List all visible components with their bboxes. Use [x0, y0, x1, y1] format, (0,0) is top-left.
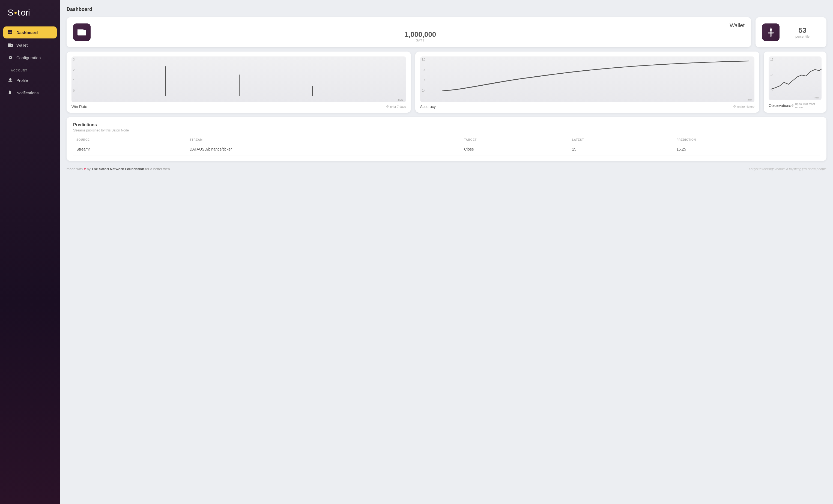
sidebar-item-wallet[interactable]: Wallet	[3, 39, 57, 51]
logo: Stori	[0, 8, 60, 26]
win-rate-y0: 0	[73, 89, 75, 92]
col-source: SOURCE	[73, 137, 186, 143]
win-rate-bar-2	[239, 74, 240, 96]
sidebar-configuration-label: Configuration	[16, 55, 41, 60]
observations-footer: Observations ⏱ up to 100 most recent	[769, 102, 822, 109]
sidebar-item-configuration[interactable]: Configuration	[3, 51, 57, 64]
wallet-amount: 1,000,000	[96, 30, 745, 39]
page-title: Dashboard	[67, 6, 827, 12]
win-rate-bar-3	[312, 86, 313, 96]
percentile-label: percentile	[785, 34, 820, 39]
predictions-card: Predictions Streams published by this Sa…	[67, 117, 827, 161]
win-rate-chart-card: 3 2 1 0 now Win Rate ⏱ prior 7 days	[67, 51, 411, 113]
main-content: Dashboard Wallet 1,000,000 SATS 53 perce…	[60, 0, 833, 504]
svg-rect-1	[10, 30, 12, 32]
win-rate-footer: Win Rate ⏱ prior 7 days	[71, 104, 406, 109]
sidebar: Stori Dashboard Wallet Configuration ACC…	[0, 0, 60, 504]
percentile-card-icon	[762, 23, 780, 41]
accuracy-x-now: now	[747, 98, 752, 101]
predictions-tbody: Streamr DATAUSD/binance/ticker Close 15 …	[73, 143, 820, 155]
cell-target: Close	[461, 143, 569, 155]
accuracy-footer: Accuracy ⏱ entire history	[420, 104, 755, 109]
accuracy-time: ⏱ entire history	[733, 105, 755, 108]
win-rate-bar-1	[165, 66, 166, 96]
accuracy-label: Accuracy	[420, 104, 436, 109]
cell-prediction: 15.25	[673, 143, 820, 155]
sidebar-item-profile[interactable]: Profile	[3, 74, 57, 86]
wallet-unit: SATS	[96, 39, 745, 42]
wallet-card: Wallet 1,000,000 SATS	[67, 17, 751, 47]
win-rate-y3: 3	[73, 58, 75, 61]
win-rate-y2: 2	[73, 69, 75, 71]
observations-chart-area: 16 14 12 now	[769, 56, 822, 100]
logo-dot	[15, 12, 17, 14]
configuration-icon	[8, 55, 13, 60]
svg-rect-13	[768, 32, 774, 33]
win-rate-label: Win Rate	[71, 104, 87, 109]
predictions-title: Predictions	[73, 122, 820, 127]
sidebar-item-notifications[interactable]: Notifications	[3, 87, 57, 99]
win-rate-chart-area: 3 2 1 0 now	[71, 56, 406, 102]
cell-latest: 15	[569, 143, 673, 155]
obs-x-now: now	[814, 96, 819, 99]
svg-rect-3	[10, 32, 12, 34]
observations-svg	[769, 56, 822, 100]
win-rate-x-now: now	[398, 98, 403, 101]
cell-stream: DATAUSD/binance/ticker	[186, 143, 461, 155]
wallet-card-icon	[73, 23, 91, 41]
col-target: TARGET	[461, 137, 569, 143]
sidebar-wallet-label: Wallet	[16, 43, 28, 47]
notifications-icon	[8, 90, 13, 95]
svg-rect-2	[8, 32, 10, 34]
observations-chart-card: 16 14 12 now Observations ⏱ up to 100 mo…	[764, 51, 827, 113]
predictions-table: SOURCE STREAM TARGET LATEST PREDICTION S…	[73, 137, 820, 155]
wallet-title: Wallet	[96, 22, 745, 29]
win-rate-time: ⏱ prior 7 days	[386, 105, 406, 108]
svg-rect-0	[8, 30, 10, 32]
top-cards-row: Wallet 1,000,000 SATS 53 percentile	[67, 17, 827, 47]
charts-row: 3 2 1 0 now Win Rate ⏱ prior 7 days	[67, 51, 827, 113]
win-rate-y1: 1	[73, 79, 75, 82]
accuracy-svg	[420, 56, 755, 102]
predictions-header-row: SOURCE STREAM TARGET LATEST PREDICTION	[73, 137, 820, 143]
org-link[interactable]: The Satori Network Foundation	[92, 167, 144, 171]
heart-icon: ♥	[84, 167, 87, 171]
clock-icon-wr: ⏱	[386, 105, 389, 108]
dashboard-icon	[8, 30, 13, 35]
observations-label: Observations	[769, 103, 791, 108]
col-stream: STREAM	[186, 137, 461, 143]
sidebar-dashboard-label: Dashboard	[16, 30, 38, 35]
svg-point-7	[9, 78, 11, 80]
wallet-icon	[8, 42, 13, 48]
sidebar-profile-label: Profile	[16, 78, 28, 82]
svg-rect-9	[77, 29, 84, 31]
svg-point-6	[11, 45, 12, 46]
accuracy-chart-card: 1.0 0.8 0.6 0.4 now Accuracy ⏱ entire hi…	[415, 51, 760, 113]
account-section-label: ACCOUNT	[3, 64, 57, 74]
for-better-web: for a better web	[145, 167, 170, 171]
footer: made with ♥ by The Satori Network Founda…	[67, 163, 827, 175]
predictions-subtitle: Streams published by this Satori Node	[73, 128, 820, 132]
cell-source: Streamr	[73, 143, 186, 155]
by-text: by	[87, 167, 91, 171]
col-prediction: PREDICTION	[673, 137, 820, 143]
made-with-text: made with	[67, 167, 83, 171]
percentile-card: 53 percentile	[756, 17, 827, 47]
accuracy-chart-area: 1.0 0.8 0.6 0.4 now	[420, 56, 755, 102]
profile-icon	[8, 77, 13, 83]
sidebar-nav: Dashboard Wallet Configuration ACCOUNT P…	[0, 26, 60, 499]
predictions-thead: SOURCE STREAM TARGET LATEST PREDICTION	[73, 137, 820, 143]
sidebar-notifications-label: Notifications	[16, 91, 39, 95]
wallet-info: Wallet 1,000,000 SATS	[96, 22, 745, 42]
percentile-info: 53 percentile	[785, 26, 820, 39]
footer-left: made with ♥ by The Satori Network Founda…	[67, 167, 170, 171]
clock-icon-ac: ⏱	[733, 105, 736, 108]
svg-point-11	[84, 32, 85, 33]
svg-point-14	[770, 29, 772, 31]
sidebar-item-dashboard[interactable]: Dashboard	[3, 26, 57, 39]
footer-right: Let your workings remain a mystery, just…	[749, 167, 827, 171]
percentile-value: 53	[785, 26, 820, 34]
observations-time: ⏱ up to 100 most recent	[791, 102, 822, 109]
clock-icon-obs: ⏱	[791, 104, 794, 107]
svg-rect-5	[8, 43, 11, 44]
